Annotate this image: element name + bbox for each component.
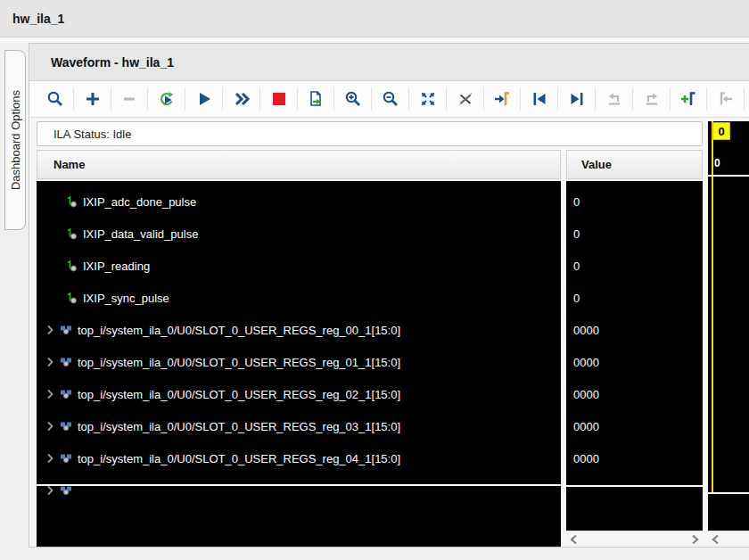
dashboard-options-tab[interactable]: Dashboard Options: [4, 50, 26, 230]
signal-value: 0000: [566, 410, 703, 442]
panel-title: Waveform - hw_ila_1: [29, 55, 174, 70]
column-header-value[interactable]: Value: [566, 150, 703, 179]
next-transition-icon: [633, 81, 671, 117]
scroll-left-icon[interactable]: [708, 531, 724, 548]
signal-name: IXIP_reading: [83, 259, 150, 273]
signal-name: top_i/system_ila_0/U0/SLOT_0_USER_REGS_r…: [78, 388, 400, 401]
signal-value: 0000: [566, 378, 703, 410]
goto-first-icon[interactable]: [521, 81, 558, 117]
table-row[interactable]: top_i/system_ila_0/U0/SLOT_0_USER_REGS_r…: [37, 378, 561, 410]
table-row[interactable]: top_i/system_ila_0/U0/SLOT_0_USER_REGS_r…: [37, 410, 561, 442]
remove-probes-icon: [111, 81, 149, 117]
signal-name: top_i/system_ila_0/U0/SLOT_0_USER_REGS_r…: [78, 420, 400, 433]
waveform-toolbar: [30, 81, 749, 118]
waveform-panel: Waveform - hw_ila_1: [29, 43, 749, 548]
window-title-bar: hw_ila_1: [0, 0, 749, 37]
bus-signal-icon: [60, 452, 74, 465]
signal-name: IXIP_sync_pulse: [83, 292, 169, 305]
column-header-name[interactable]: Name: [37, 150, 561, 179]
zoom-out-icon[interactable]: [372, 81, 409, 117]
table-row[interactable]: top_i/system_ila_0/U0/SLOT_0_USER_REGS_r…: [37, 442, 561, 474]
row-separator: [37, 484, 561, 486]
cursor-time-badge[interactable]: 0: [712, 122, 730, 140]
table-row[interactable]: top_i/system_ila_0/U0/SLOT_0_USER_REGS_r…: [37, 346, 561, 378]
signal-value: 0: [566, 282, 703, 314]
goto-trigger-icon[interactable]: [484, 81, 522, 117]
prev-transition-icon: [596, 81, 633, 117]
signal-name: IXIP_data_valid_pulse: [83, 227, 198, 241]
waveform-canvas[interactable]: 0 0: [708, 121, 749, 531]
signal-value: 0: [566, 185, 703, 218]
waveform-cursor-line[interactable]: [712, 121, 713, 494]
zoom-in-icon[interactable]: [334, 81, 372, 117]
signal-name: IXIP_adc_done_pulse: [83, 195, 196, 209]
chevron-right-icon[interactable]: [45, 388, 56, 400]
signal-name: top_i/system_ila_0/U0/SLOT_0_USER_REGS_r…: [78, 356, 400, 369]
waveform-bottom-separator: [708, 492, 749, 494]
chevron-right-icon[interactable]: [45, 324, 56, 336]
add-probes-icon[interactable]: [74, 81, 111, 117]
ruler-tick-label: 0: [714, 157, 720, 169]
bit-signal-icon: [65, 259, 79, 272]
table-row[interactable]: IXIP_data_valid_pulse: [37, 218, 561, 250]
zoom-fit-icon[interactable]: [409, 81, 447, 117]
ruler-baseline: [708, 175, 749, 177]
bus-signal-icon: [60, 324, 74, 336]
waveform-scrollbar[interactable]: [708, 531, 749, 547]
bus-signal-icon: [60, 388, 74, 400]
chevron-right-icon[interactable]: [45, 452, 56, 465]
add-marker-icon[interactable]: [671, 81, 708, 117]
table-row[interactable]: IXIP_sync_pulse: [37, 282, 561, 314]
goto-last-icon[interactable]: [558, 81, 596, 117]
signal-name: top_i/system_ila_0/U0/SLOT_0_USER_REGS_r…: [78, 324, 400, 337]
scroll-left-icon[interactable]: [566, 531, 582, 548]
goto-marker-icon: [707, 81, 745, 117]
signal-value: 0: [566, 218, 703, 250]
chevron-right-icon: [45, 484, 56, 497]
signal-value-column: 0 0 0 0 0000 0000 0000 0000 0000: [566, 181, 703, 531]
search-icon[interactable]: [37, 81, 74, 117]
value-scrollbar[interactable]: [566, 531, 703, 547]
signal-value: 0000: [566, 346, 703, 378]
panel-title-bar: Waveform - hw_ila_1: [29, 44, 749, 81]
scroll-right-icon[interactable]: [687, 531, 703, 548]
run-trigger-icon[interactable]: [185, 81, 223, 117]
bus-signal-icon: [60, 484, 74, 497]
bit-signal-icon: [65, 195, 79, 208]
bus-signal-icon: [60, 420, 74, 432]
run-trigger-immediate-icon[interactable]: [223, 81, 260, 117]
dashboard-options-label: Dashboard Options: [9, 90, 22, 190]
signal-value: 0: [566, 250, 703, 282]
signal-value: 0000: [566, 442, 703, 474]
table-row[interactable]: IXIP_reading: [37, 250, 561, 282]
hw-ila-dashboard: hw_ila_1 Dashboard Options Waveform - hw…: [0, 0, 749, 560]
window-title: hw_ila_1: [0, 12, 64, 26]
bit-signal-icon: [65, 227, 79, 240]
bus-signal-icon: [60, 356, 74, 368]
row-separator: [566, 485, 703, 487]
table-row[interactable]: top_i/system_ila_0/U0/SLOT_0_USER_REGS_r…: [37, 314, 561, 346]
chevron-right-icon[interactable]: [45, 356, 56, 368]
ila-status-text: ILA Status: Idle: [37, 128, 131, 141]
stop-trigger-icon[interactable]: [260, 81, 298, 117]
auto-retrigger-icon[interactable]: [148, 81, 185, 117]
signal-name: top_i/system_ila_0/U0/SLOT_0_USER_REGS_r…: [78, 452, 400, 465]
table-row[interactable]: IXIP_adc_done_pulse: [37, 185, 561, 218]
signal-name-column: IXIP_adc_done_pulse IXIP_data_valid_puls…: [37, 181, 561, 547]
ila-status-bar: ILA Status: Idle: [37, 121, 703, 146]
clipped-row: [37, 474, 561, 506]
export-data-icon[interactable]: [298, 81, 335, 117]
chevron-right-icon[interactable]: [45, 420, 56, 432]
signal-value: 0000: [566, 314, 703, 346]
crosshairs-off-icon[interactable]: [447, 81, 484, 117]
bit-signal-icon: [65, 292, 79, 304]
